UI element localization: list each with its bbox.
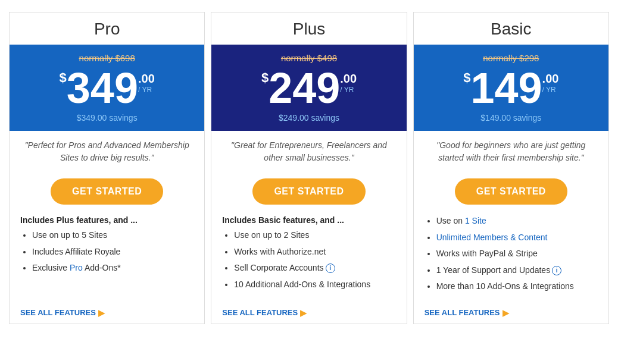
- see-all-features-pro[interactable]: SEE ALL FEATURES▶: [20, 305, 193, 318]
- pricing-container: Pronormally $698$349.00/ YR$349.00 savin…: [0, 6, 618, 330]
- see-all-arrow-pro: ▶: [98, 308, 105, 318]
- feature-highlight-basic-0: 1 Site: [465, 216, 486, 225]
- normally-price-basic: normally $298: [420, 53, 603, 63]
- tagline-basic: "Good for beginners who are just getting…: [425, 139, 598, 169]
- plan-card-pro: Pronormally $698$349.00/ YR$349.00 savin…: [9, 12, 205, 324]
- normally-price-pro: normally $698: [15, 53, 198, 63]
- plan-title-basic: Basic: [414, 12, 608, 45]
- price-yr-plus: / YR: [340, 86, 354, 94]
- plan-card-plus: Plusnormally $498$249.00/ YR$249.00 savi…: [211, 12, 407, 324]
- savings-pro: $349.00 savings: [15, 113, 198, 123]
- price-cents-yr-basic: .00/ YR: [542, 71, 559, 94]
- feature-highlight-basic-1: Unlimited Members & Content: [436, 233, 548, 242]
- plan-title-pro: Pro: [10, 12, 204, 45]
- includes-header-pro: Includes Plus features, and ...: [20, 215, 193, 225]
- plan-card-basic: Basicnormally $298$149.00/ YR$149.00 sav…: [413, 12, 609, 324]
- feature-item-basic-4: More than 10 Add-Ons & Integrations: [436, 281, 598, 293]
- see-all-text-basic: SEE ALL FEATURES: [425, 308, 500, 317]
- price-yr-pro: / YR: [138, 86, 152, 94]
- features-list-plus: Use on up to 2 SitesWorks with Authorize…: [222, 230, 395, 295]
- plan-title-plus: Plus: [211, 12, 406, 45]
- features-list-pro: Use on up to 5 SitesIncludes Affiliate R…: [20, 230, 193, 279]
- price-main-plus: $249.00/ YR: [217, 67, 400, 109]
- get-started-button-pro[interactable]: GET STARTED: [51, 178, 163, 205]
- feature-item-pro-0: Use on up to 5 Sites: [32, 230, 193, 241]
- feature-item-basic-0: Use on 1 Site: [436, 215, 598, 227]
- see-all-text-pro: SEE ALL FEATURES: [20, 308, 96, 317]
- plan-body-basic: "Good for beginners who are just getting…: [414, 131, 608, 324]
- price-dollar-pro: $: [60, 71, 67, 84]
- price-main-basic: $149.00/ YR: [420, 67, 603, 109]
- feature-item-plus-3: 10 Additional Add-Ons & Integrations: [234, 279, 395, 291]
- price-cents-yr-pro: .00/ YR: [138, 71, 155, 94]
- price-cents-basic: .00: [542, 71, 559, 86]
- savings-basic: $149.00 savings: [420, 113, 603, 123]
- feature-highlight-pro-2: Pro: [70, 263, 83, 272]
- see-all-features-basic[interactable]: SEE ALL FEATURES▶: [425, 305, 598, 318]
- feature-item-pro-1: Includes Affiliate Royale: [32, 246, 193, 258]
- see-all-arrow-basic: ▶: [502, 308, 509, 318]
- price-amount-pro: 349: [67, 67, 138, 109]
- tagline-plus: "Great for Entrepreneurs, Freelancers an…: [222, 139, 395, 169]
- see-all-arrow-plus: ▶: [300, 308, 307, 318]
- price-box-pro: normally $698$349.00/ YR$349.00 savings: [10, 45, 204, 131]
- price-cents-pro: .00: [138, 71, 155, 86]
- info-icon-basic-3[interactable]: i: [552, 266, 561, 275]
- price-box-plus: normally $498$249.00/ YR$249.00 savings: [211, 45, 406, 131]
- feature-item-plus-2: Sell Corporate Accountsi: [234, 262, 395, 274]
- normally-price-plus: normally $498: [217, 53, 400, 63]
- features-list-basic: Use on 1 SiteUnlimited Members & Content…: [425, 215, 598, 297]
- get-started-button-plus[interactable]: GET STARTED: [252, 178, 365, 205]
- price-amount-basic: 149: [470, 67, 542, 109]
- price-yr-basic: / YR: [542, 86, 556, 94]
- info-icon-plus-2[interactable]: i: [326, 263, 335, 273]
- feature-item-plus-1: Works with Authorize.net: [234, 246, 395, 258]
- feature-item-pro-2: Exclusive Pro Add-Ons*: [32, 262, 193, 274]
- price-box-basic: normally $298$149.00/ YR$149.00 savings: [414, 45, 608, 131]
- includes-header-plus: Includes Basic features, and ...: [222, 215, 395, 225]
- feature-item-basic-2: Works with PayPal & Stripe: [436, 248, 598, 260]
- price-dollar-basic: $: [463, 71, 470, 84]
- feature-item-basic-3: 1 Year of Support and Updatesi: [436, 265, 598, 277]
- feature-item-basic-1: Unlimited Members & Content: [436, 232, 598, 244]
- price-cents-plus: .00: [340, 71, 357, 86]
- see-all-text-plus: SEE ALL FEATURES: [222, 308, 298, 317]
- savings-plus: $249.00 savings: [217, 113, 400, 123]
- get-started-button-basic[interactable]: GET STARTED: [455, 178, 567, 205]
- see-all-features-plus[interactable]: SEE ALL FEATURES▶: [222, 305, 395, 318]
- plan-body-plus: "Great for Entrepreneurs, Freelancers an…: [211, 131, 406, 324]
- plan-body-pro: "Perfect for Pros and Advanced Membershi…: [10, 131, 204, 324]
- price-amount-plus: 249: [269, 67, 340, 109]
- price-main-pro: $349.00/ YR: [15, 67, 198, 109]
- price-cents-yr-plus: .00/ YR: [340, 71, 357, 94]
- feature-item-plus-0: Use on up to 2 Sites: [234, 230, 395, 241]
- price-dollar-plus: $: [261, 71, 269, 84]
- tagline-pro: "Perfect for Pros and Advanced Membershi…: [20, 139, 193, 169]
